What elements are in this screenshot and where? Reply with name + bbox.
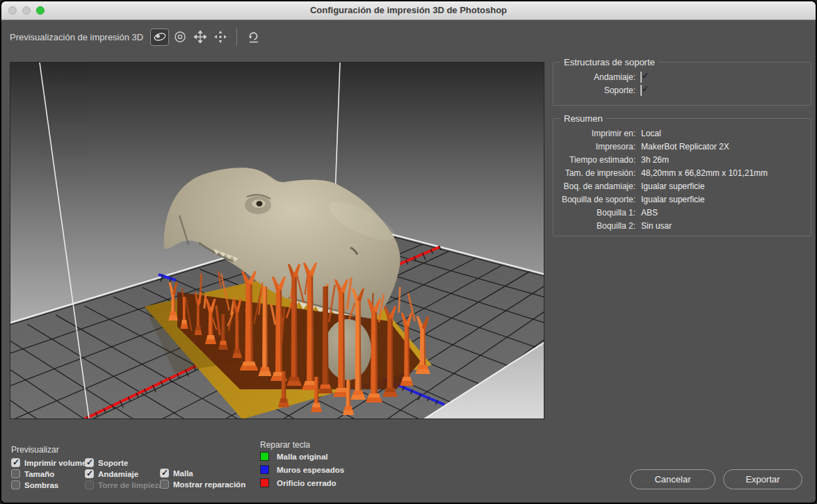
preview-toolbar-label: Previsualización de impresión 3D xyxy=(10,32,143,42)
nozzle2-label: Boquilla 2: xyxy=(555,221,636,231)
closed-hole-swatch xyxy=(260,478,269,487)
support-label: Soporte: xyxy=(555,86,636,95)
support-nozzle-label: Boquilla de soporte: xyxy=(555,195,636,204)
export-button[interactable]: Exportar xyxy=(723,469,802,489)
support-structures-title: Estructuras de soporte xyxy=(560,57,658,67)
scaffold-nozzle-label: Boq. de andamiaje: xyxy=(555,181,636,191)
show-repair-checkbox[interactable] xyxy=(160,480,169,489)
mesh-option: Malla xyxy=(160,469,245,478)
repair-key-legend: Malla original Muros espesados Orificio … xyxy=(260,452,344,487)
reset-camera-icon xyxy=(247,30,261,44)
print-to-label: Imprimir en: xyxy=(555,129,636,138)
thickened-walls-key: Muros espesados xyxy=(260,465,344,474)
support-structures-group: Estructuras de soporte Andamiaje: Soport… xyxy=(553,57,811,106)
reset-camera-button[interactable] xyxy=(244,29,263,46)
3d-scene-canvas[interactable] xyxy=(10,63,544,418)
summary-title: Resumen xyxy=(560,113,606,124)
support-preview-checkbox[interactable] xyxy=(85,458,94,467)
scaffolding-label: Andamiaje: xyxy=(555,72,636,82)
scaffolding-checkbox[interactable] xyxy=(640,72,642,83)
print-size-label: Tam. de impresión: xyxy=(555,168,636,178)
print-preview-viewport[interactable] xyxy=(10,62,544,419)
toolbar: Previsualización de impresión 3D xyxy=(1,20,816,54)
size-option: Tamaño xyxy=(11,469,92,478)
orbit-icon xyxy=(153,31,167,43)
titlebar: Configuración de impresión 3D de Photosh… xyxy=(1,1,816,20)
original-mesh-swatch xyxy=(260,452,269,461)
repair-key-title: Reparar tecla xyxy=(260,440,310,450)
mesh-checkbox[interactable] xyxy=(160,469,169,478)
summary-group: Resumen Imprimir en:Local Impresora:Make… xyxy=(553,113,811,236)
wipe-tower-checkbox xyxy=(85,480,94,489)
original-mesh-key: Malla original xyxy=(260,452,344,461)
support-nozzle-value: Igualar superficie xyxy=(641,195,704,204)
nozzle1-value: ABS xyxy=(641,208,658,218)
window-title: Configuración de impresión 3D de Photosh… xyxy=(1,1,816,19)
print-volume-option: Imprimir volumen xyxy=(11,458,92,467)
support-checkbox[interactable] xyxy=(640,85,642,96)
preview-section-title: Previsualizar xyxy=(11,445,59,455)
preview-column-2: Soporte Andamiaje Torre de limpieza xyxy=(85,458,163,490)
thickened-walls-swatch xyxy=(260,465,269,474)
support-option: Soporte xyxy=(85,458,163,467)
printer-label: Impresora: xyxy=(555,142,636,152)
wipe-tower-option: Torre de limpieza xyxy=(85,480,163,489)
show-repair-option: Mostrar reparación xyxy=(160,480,245,489)
scaffold-nozzle-value: Igualar superficie xyxy=(641,181,704,191)
nozzle2-value: Sin usar xyxy=(641,221,672,231)
roll-camera-button[interactable] xyxy=(170,29,189,46)
estimated-time-value: 3h 26m xyxy=(641,155,669,165)
preview-column-3: Malla Mostrar reparación xyxy=(160,469,245,489)
size-checkbox[interactable] xyxy=(11,469,20,478)
scaffolding-preview-checkbox[interactable] xyxy=(85,469,94,478)
estimated-time-label: Tiempo estimado: xyxy=(555,155,636,165)
orbit-camera-button[interactable] xyxy=(150,29,169,46)
roll-icon xyxy=(174,31,186,43)
camera-tools xyxy=(150,28,263,46)
shadows-checkbox[interactable] xyxy=(11,480,20,489)
slide-camera-button[interactable] xyxy=(211,29,229,46)
pan-camera-button[interactable] xyxy=(191,29,209,46)
cancel-button[interactable]: Cancelar xyxy=(630,469,715,489)
closed-hole-key: Orificio cerrado xyxy=(260,478,344,487)
print-size-value: 48,20mm x 66,82mm x 101,21mm xyxy=(641,168,768,178)
print-settings-dialog: Configuración de impresión 3D de Photosh… xyxy=(0,0,817,504)
scaffolding-row: Andamiaje: xyxy=(555,70,807,83)
print-to-value: Local xyxy=(641,129,661,138)
toolbar-divider xyxy=(236,28,237,46)
shadows-option: Sombras xyxy=(11,480,92,489)
preview-column-1: Imprimir volumen Tamaño Sombras xyxy=(11,458,92,490)
pan-icon xyxy=(194,31,207,43)
printer-value: MakerBot Replicator 2X xyxy=(641,142,729,152)
slide-icon xyxy=(214,31,227,43)
nozzle1-label: Boquilla 1: xyxy=(555,208,636,218)
support-row: Soporte: xyxy=(555,83,807,97)
print-volume-checkbox[interactable] xyxy=(11,458,20,467)
scaffolding-option: Andamiaje xyxy=(85,469,163,478)
